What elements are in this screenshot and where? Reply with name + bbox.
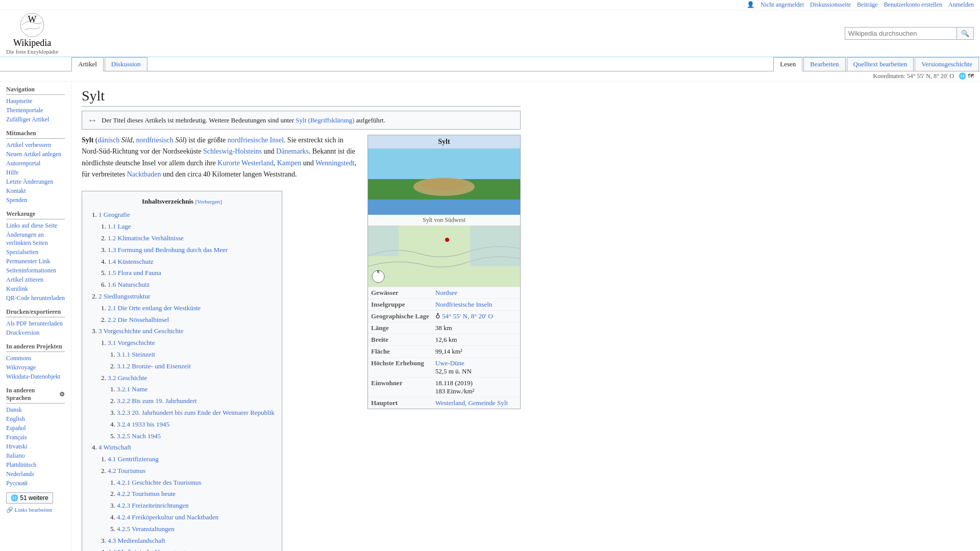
toc-link-4-2[interactable]: 4.2 Tourismus <box>108 467 145 474</box>
toc-link-3-2-2[interactable]: 3.2.2 Bis zum 19. Jahrhundert <box>117 397 197 405</box>
infobox-label: Einwohner <box>368 378 432 397</box>
toc-link-2[interactable]: 2 Siedlungsstruktur <box>99 292 150 300</box>
toc-link-3-2-3[interactable]: 3.2.3 20. Jahrhundert bis zum Ende der W… <box>117 409 275 416</box>
coords-globe-icon[interactable]: 🌐 <box>959 72 966 80</box>
search-button[interactable]: 🔍 <box>957 27 974 40</box>
kampen-link[interactable]: Kampen <box>277 159 301 167</box>
toc-link-1[interactable]: 1 Geografie <box>99 211 130 218</box>
toc-link-3-2-1[interactable]: 3.2.1 Name <box>117 385 148 393</box>
toc-link-4-1[interactable]: 4.1 Gentrifizierung <box>108 455 159 463</box>
sidebar-item-dansk[interactable]: Dansk <box>6 406 65 414</box>
toc-link-2-2[interactable]: 2.2 Die Nössehalbinsel <box>108 316 169 323</box>
toc-toggle[interactable]: [Verbergen] <box>195 198 222 205</box>
sidebar-item-wikivoyage[interactable]: Wikivoyage <box>6 363 65 371</box>
sidebar-item-english[interactable]: English <box>6 415 65 423</box>
tab-lesen[interactable]: Lesen <box>773 57 802 71</box>
weitere-sprachen-button[interactable]: 🌐 51 weitere <box>6 492 53 504</box>
toc-link-4-2-4[interactable]: 4.2.4 Freiköperkultur und Nacktbaden <box>117 513 218 521</box>
nordsee-link[interactable]: Nordsee <box>435 289 457 296</box>
sidebar-item-espanol[interactable]: Español <box>6 424 65 432</box>
coords-osm-icon[interactable]: 🗺 <box>968 72 974 80</box>
toc-link-3[interactable]: 3 Vorgeschichte und Geschichte <box>99 327 183 335</box>
login-link[interactable]: Anmelden <box>948 1 974 9</box>
schleswig-holstein-link[interactable]: Schleswig-Holsteins <box>203 147 262 155</box>
sidebar-item-seiteninformationen[interactable]: Seiteninformationen <box>6 266 65 274</box>
kurorte-link[interactable]: Kurorte Westerland <box>217 159 273 167</box>
sidebar-item-russisch[interactable]: Русский <box>6 479 65 487</box>
toc-link-3-1-2[interactable]: 3.1.2 Bronze- und Eisenzeit <box>117 362 191 370</box>
toc-link-3-1[interactable]: 3.1 Vorgeschichte <box>108 339 155 346</box>
toc-link-3-2[interactable]: 3.2 Geschichte <box>108 374 147 382</box>
toc-link-3-2-5[interactable]: 3.2.5 Nach 1945 <box>117 432 161 440</box>
westerland-link[interactable]: Westerland, Gemeinde Sylt <box>435 399 508 407</box>
toc-link-4-4[interactable]: 4.4 Medizinische Versorgung <box>108 548 185 551</box>
create-account-link[interactable]: Benutzerkonto erstellen <box>884 1 942 9</box>
toc-link-3-2-4[interactable]: 3.2.4 1933 bis 1945 <box>117 420 169 428</box>
sidebar-item-commons[interactable]: Commons <box>6 354 65 362</box>
tab-bearbeiten[interactable]: Bearbeiten <box>803 57 845 71</box>
tab-diskussion[interactable]: Diskussion <box>105 57 148 71</box>
coords-link[interactable]: 54° 55′ N, 8° 20′ O <box>442 312 493 320</box>
toc-link-4[interactable]: 4 Wirtschaft <box>99 443 131 451</box>
sidebar-item-neu-anlegen[interactable]: Neuen Artikel anlegen <box>6 150 65 158</box>
sidebar-item-plattduutsch[interactable]: Plattdüütsch <box>6 461 65 469</box>
toc-link-1-2[interactable]: 1.2 Klimatische Verhältnisse <box>108 234 184 242</box>
disambig-link[interactable]: Sylt (Begriffsklärung) <box>296 116 354 124</box>
sidebar-item-verbessern[interactable]: Artikel verbessern <box>6 141 65 149</box>
sidebar-item-wikidata[interactable]: Wikidata-Datenobjekt <box>6 372 65 381</box>
nordfriesische-insel-link[interactable]: nordfriesische Insel <box>228 136 284 144</box>
uwe-duene-link[interactable]: Uwe-Düne <box>435 359 464 367</box>
toc-link-1-6[interactable]: 1.6 Naturschutz <box>108 281 150 288</box>
not-logged-in-link[interactable]: Nicht angemeldet <box>761 1 804 9</box>
toc-link-1-4[interactable]: 1.4 Küstenschutz <box>108 258 154 265</box>
sidebar-item-qrcode[interactable]: QR-Code herunterladen <box>6 294 65 302</box>
daenemark-link[interactable]: Dänemarks <box>276 147 309 155</box>
toc-link-3-1-1[interactable]: 3.1.1 Steinzeit <box>117 350 155 358</box>
toc-link-1-5[interactable]: 1.5 Flora und Fauna <box>108 269 161 277</box>
search-input[interactable] <box>845 27 957 40</box>
sidebar-item-kontakt[interactable]: Kontakt <box>6 187 65 195</box>
daenisch-link[interactable]: dänisch <box>98 136 120 144</box>
tab-quelltext[interactable]: Quelltext bearbeiten <box>847 57 914 71</box>
nordfriesisch-link[interactable]: nordfriesisch <box>136 136 174 144</box>
sidebar-item-francais[interactable]: Français <box>6 433 65 441</box>
sidebar-item-spezialseiten[interactable]: Spezialseiten <box>6 248 65 256</box>
toc-link-4-2-5[interactable]: 4.2.5 Veranstaltungen <box>117 525 175 533</box>
sidebar-item-hrvatski[interactable]: Hrvatski <box>6 442 65 450</box>
contributions-link[interactable]: Beiträge <box>857 1 878 9</box>
toc-link-1-3[interactable]: 1.3 Formung und Bedrohung durch das Meer <box>108 246 228 254</box>
sidebar-item-autorenportal[interactable]: Autorenportal <box>6 159 65 167</box>
sidebar-item-italiano[interactable]: Italiano <box>6 452 65 460</box>
sidebar-item-links[interactable]: Links auf diese Seite <box>6 221 65 230</box>
tab-versionsgeschichte[interactable]: Versionsgeschichte <box>915 57 979 71</box>
wikipedia-logo[interactable]: W <box>19 12 45 38</box>
toc-link-4-2-3[interactable]: 4.2.3 Freizeiteinrichtungen <box>117 502 188 509</box>
toc-link-4-2-2[interactable]: 4.2.2 Tourismus heute <box>117 490 176 497</box>
sidebar-item-pdf[interactable]: Als PDF herunterladen <box>6 319 65 328</box>
toc-link-2-1[interactable]: 2.1 Die Orte entlang der Westküste <box>108 304 201 312</box>
toc-item-3: 3 Vorgeschichte und Geschichte 3.1 Vorge… <box>99 326 275 441</box>
sidebar-item-hauptseite[interactable]: Hauptseite <box>6 97 65 105</box>
sidebar-item-aenderungen-links[interactable]: Änderungen an verlinkten Seiten <box>6 231 65 247</box>
sidebar-item-druckversion[interactable]: Druckversion <box>6 329 65 337</box>
wenningstedt-link[interactable]: Wenningstedt <box>315 159 355 167</box>
gear-icon[interactable]: ⚙ <box>59 391 65 398</box>
toc-link-4-2-1[interactable]: 4.2.1 Geschichte des Tourismus <box>117 479 201 486</box>
sidebar-item-zitieren[interactable]: Artikel zitieren <box>6 276 65 284</box>
tab-artikel[interactable]: Artikel <box>71 57 104 71</box>
sidebar-item-kurzlink[interactable]: Kurzlink <box>6 285 65 293</box>
discussion-link[interactable]: Diskussionsseite <box>810 1 851 9</box>
sidebar-item-nederlands[interactable]: Nederlands <box>6 470 65 478</box>
links-bearbeiten-link[interactable]: 🔗 Links bearbeiten <box>6 507 52 513</box>
toc-link-1-1[interactable]: 1.1 Lage <box>108 222 131 230</box>
toc-item-1-6: 1.6 Naturschutz <box>108 280 275 290</box>
toc-link-4-3[interactable]: 4.3 Medienlandschaft <box>108 537 165 544</box>
nacktbaden-link[interactable]: Nacktbaden <box>127 170 161 178</box>
sidebar-item-hilfe[interactable]: Hilfe <box>6 168 65 177</box>
sidebar-item-themenportale[interactable]: Themenportale <box>6 106 65 114</box>
sidebar-item-permalink[interactable]: Permanenter Link <box>6 257 65 265</box>
nordfriesische-inseln-link[interactable]: Nordfriesische Inseln <box>435 300 493 308</box>
sidebar-item-zufaellig[interactable]: Zufälliger Artikel <box>6 115 65 123</box>
sidebar-item-aenderungen[interactable]: Letzte Änderungen <box>6 178 65 186</box>
sidebar-item-spenden[interactable]: Spenden <box>6 196 65 204</box>
